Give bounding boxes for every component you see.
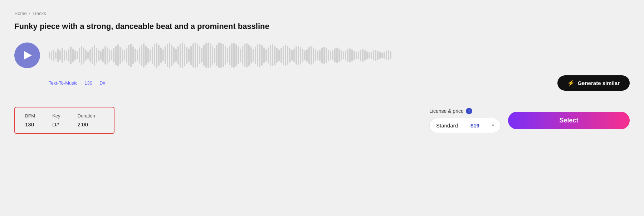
key-tag[interactable]: D# bbox=[99, 80, 106, 86]
waveform-bar bbox=[147, 48, 149, 63]
license-dropdown[interactable]: Standard $19 ▾ bbox=[429, 118, 501, 133]
waveform-bar bbox=[122, 49, 123, 62]
waveform-bar bbox=[158, 45, 160, 66]
waveform-bar bbox=[132, 46, 134, 64]
waveform-bar bbox=[300, 47, 301, 64]
waveform-bar bbox=[186, 47, 187, 64]
waveform-bar bbox=[381, 52, 383, 58]
key-value: D# bbox=[52, 121, 60, 127]
waveform-bar bbox=[231, 43, 233, 67]
select-button[interactable]: Select bbox=[508, 112, 630, 129]
meta-generate-row: Text-To-Music 130 D# ⚡ Generate similar bbox=[49, 75, 630, 91]
waveform-bar bbox=[364, 50, 366, 61]
waveform-bar bbox=[190, 46, 192, 65]
waveform-bar bbox=[388, 50, 389, 60]
waveform-bar bbox=[177, 46, 179, 65]
license-type: Standard bbox=[436, 122, 458, 129]
waveform-bar bbox=[182, 42, 183, 68]
play-icon bbox=[24, 51, 32, 60]
waveform-bar bbox=[332, 50, 333, 60]
waveform-bar bbox=[278, 50, 280, 61]
waveform-bar bbox=[203, 45, 205, 66]
waveform-bar bbox=[298, 46, 299, 65]
waveform-bar bbox=[175, 49, 177, 62]
meta-tags: Text-To-Music 130 D# bbox=[49, 80, 106, 86]
breadcrumb-separator: / bbox=[29, 11, 30, 16]
waveform-bar bbox=[154, 44, 155, 66]
waveform-bar bbox=[227, 48, 228, 62]
waveform-bar bbox=[291, 50, 293, 61]
duration-label: Duration bbox=[78, 113, 95, 119]
player-section bbox=[14, 41, 630, 70]
waveform-bar bbox=[156, 43, 157, 68]
waveform[interactable] bbox=[49, 41, 630, 70]
waveform-bar bbox=[128, 45, 130, 66]
waveform-bar bbox=[150, 50, 151, 61]
key-col: Key D# bbox=[52, 113, 60, 127]
waveform-bar bbox=[250, 47, 252, 64]
waveform-bar bbox=[126, 48, 127, 63]
waveform-bar bbox=[386, 51, 387, 60]
waveform-bar bbox=[85, 50, 87, 61]
waveform-bar bbox=[343, 51, 344, 59]
waveform-bar bbox=[89, 49, 91, 62]
waveform-bar bbox=[100, 51, 102, 60]
waveform-bar bbox=[362, 49, 364, 62]
waveform-bar bbox=[285, 45, 286, 66]
breadcrumb-tracks[interactable]: Tracks bbox=[32, 11, 46, 16]
waveform-bar bbox=[313, 47, 314, 64]
duration-value: 2:00 bbox=[78, 121, 95, 127]
waveform-bar bbox=[208, 42, 209, 68]
waveform-bar bbox=[115, 46, 117, 65]
waveform-bar bbox=[261, 45, 263, 66]
waveform-bar bbox=[162, 49, 164, 61]
waveform-bar bbox=[248, 45, 250, 66]
bpm-tag[interactable]: 130 bbox=[84, 80, 92, 86]
waveform-bar bbox=[235, 44, 237, 66]
track-details-box: BPM 130 Key D# Duration 2:00 bbox=[14, 107, 114, 134]
waveform-bar bbox=[205, 43, 207, 68]
waveform-bar bbox=[192, 43, 194, 67]
waveform-bar bbox=[87, 52, 89, 59]
waveform-bar bbox=[358, 51, 359, 59]
waveform-bar bbox=[139, 47, 140, 64]
waveform-bar bbox=[55, 52, 57, 59]
waveform-bar bbox=[351, 49, 353, 61]
waveform-bar bbox=[49, 52, 50, 59]
waveform-bar bbox=[246, 43, 248, 67]
waveform-bar bbox=[51, 51, 52, 60]
info-icon[interactable]: i bbox=[466, 108, 472, 114]
breadcrumb-home[interactable]: Home bbox=[14, 11, 27, 16]
waveform-bar bbox=[373, 50, 374, 60]
key-label: Key bbox=[52, 113, 60, 119]
lightning-icon: ⚡ bbox=[567, 80, 575, 86]
license-price: $19 bbox=[470, 122, 479, 129]
waveform-bar bbox=[220, 43, 222, 68]
waveform-bar bbox=[62, 48, 63, 63]
waveform-bar bbox=[143, 43, 145, 67]
waveform-bar bbox=[201, 48, 203, 62]
waveform-bar bbox=[173, 47, 175, 64]
source-tag[interactable]: Text-To-Music bbox=[49, 80, 77, 86]
generate-button-label: Generate similar bbox=[577, 80, 620, 86]
waveform-bar bbox=[347, 49, 348, 62]
waveform-bar bbox=[283, 46, 284, 65]
bpm-value: 130 bbox=[25, 121, 35, 127]
license-label: License & price i bbox=[429, 108, 501, 114]
waveform-bar bbox=[311, 46, 312, 65]
waveform-bar bbox=[197, 44, 198, 67]
waveform-bar bbox=[379, 52, 381, 59]
generate-similar-button[interactable]: ⚡ Generate similar bbox=[557, 75, 630, 91]
waveform-bar bbox=[240, 49, 241, 62]
waveform-bar bbox=[377, 51, 379, 60]
waveform-bar bbox=[107, 47, 108, 64]
waveform-bar bbox=[276, 48, 278, 63]
waveform-bar bbox=[165, 46, 166, 64]
play-button[interactable] bbox=[14, 42, 40, 68]
waveform-bar bbox=[369, 52, 370, 59]
waveform-bar bbox=[302, 49, 303, 62]
waveform-bar bbox=[223, 44, 224, 67]
waveform-bar bbox=[72, 49, 74, 62]
waveform-bar bbox=[167, 44, 168, 67]
waveform-bar bbox=[338, 49, 340, 62]
